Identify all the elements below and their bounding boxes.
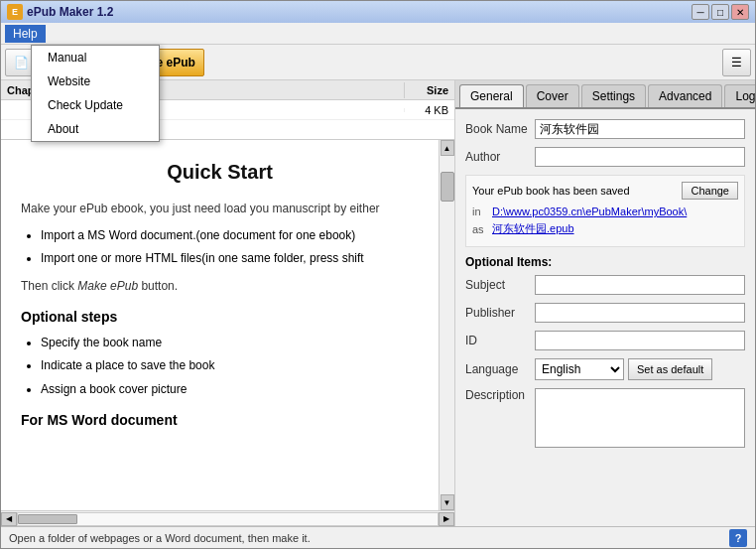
- language-select[interactable]: English Chinese French German Spanish: [535, 358, 624, 380]
- settings-button[interactable]: ☰: [722, 49, 751, 76]
- as-file[interactable]: 河东软件园.epub: [492, 221, 574, 236]
- description-input[interactable]: [535, 388, 745, 448]
- language-label: Language: [465, 362, 535, 376]
- content-item-2: Import one or more HTML files(in one sam…: [41, 249, 419, 268]
- window-controls: ─ □ ✕: [692, 4, 749, 20]
- book-name-input[interactable]: [535, 119, 745, 139]
- status-text: Open a folder of webpages or a Word docu…: [9, 532, 311, 544]
- in-path[interactable]: D:\www.pc0359.cn\ePubMaker\myBook\: [492, 206, 687, 217]
- content-area: Quick Start Make your ePub ebook, you ju…: [1, 140, 454, 510]
- tab-bar: General Cover Settings Advanced Log: [455, 80, 755, 109]
- set-default-button[interactable]: Set as default: [628, 358, 712, 380]
- close-button[interactable]: ✕: [731, 4, 749, 20]
- content-title: Quick Start: [21, 156, 419, 188]
- saved-text: Your ePub book has been saved: [472, 185, 630, 197]
- maximize-button[interactable]: □: [711, 4, 729, 20]
- description-label: Description: [465, 388, 535, 402]
- content-import-list: Import a MS Word document.(one document …: [21, 226, 419, 268]
- publisher-label: Publisher: [465, 306, 535, 320]
- save-as-row: as 河东软件园.epub: [472, 221, 738, 236]
- title-bar: E ePub Maker 1.2 ─ □ ✕: [1, 1, 755, 23]
- save-header: Your ePub book has been saved Change: [472, 182, 738, 200]
- content-item-1: Import a MS Word document.(one document …: [41, 226, 419, 245]
- menu-bar: Help Manual Website Check Update About: [1, 23, 755, 45]
- content-intro: Make your ePub ebook, you just need load…: [21, 200, 419, 218]
- app-icon: E: [7, 4, 23, 20]
- right-panel: General Cover Settings Advanced Log Book…: [455, 80, 755, 526]
- subject-row: Subject: [465, 275, 745, 295]
- book-name-row: Book Name: [465, 119, 745, 139]
- menu-website[interactable]: Website: [32, 69, 159, 93]
- help-dropdown: Manual Website Check Update About: [31, 45, 160, 142]
- hscroll-left-btn[interactable]: ◀: [1, 512, 17, 526]
- optional-title: Optional steps: [21, 306, 419, 328]
- optional-item-1: Specify the book name: [41, 334, 419, 352]
- menu-about[interactable]: About: [32, 117, 159, 141]
- id-input[interactable]: [535, 331, 745, 350]
- publisher-row: Publisher: [465, 303, 745, 323]
- scroll-up-btn[interactable]: ▲: [441, 140, 454, 156]
- description-row: Description: [465, 388, 745, 448]
- tab-settings[interactable]: Settings: [581, 84, 646, 107]
- chapter-col-size: Size: [405, 82, 454, 98]
- id-row: ID: [465, 331, 745, 350]
- in-label: in: [472, 206, 492, 217]
- optional-items-label: Optional Items:: [465, 255, 745, 269]
- settings-icon: ☰: [731, 56, 742, 69]
- content-then: Then click Make ePub button.: [21, 277, 419, 296]
- status-right: ?: [729, 529, 747, 547]
- book-name-label: Book Name: [465, 122, 535, 136]
- msword-title: For MS Word document: [21, 409, 419, 431]
- author-row: Author: [465, 147, 745, 167]
- menu-manual[interactable]: Manual: [32, 46, 159, 69]
- general-tab-content: Book Name Author Your ePub book has been…: [455, 109, 755, 526]
- save-info-box: Your ePub book has been saved Change in …: [465, 175, 745, 247]
- hscroll-track: [17, 512, 439, 526]
- tab-cover[interactable]: Cover: [526, 84, 579, 107]
- minimize-button[interactable]: ─: [692, 4, 709, 20]
- subject-input[interactable]: [535, 275, 745, 295]
- help-icon[interactable]: ?: [729, 529, 747, 547]
- tab-log[interactable]: Log: [724, 84, 755, 107]
- scroll-thumb[interactable]: [441, 172, 454, 202]
- app-window: E ePub Maker 1.2 ─ □ ✕ Help Manual Websi…: [0, 0, 756, 549]
- menu-check-update[interactable]: Check Update: [32, 93, 159, 117]
- save-in-row: in D:\www.pc0359.cn\ePubMaker\myBook\: [472, 206, 738, 217]
- subject-label: Subject: [465, 278, 535, 292]
- scroll-down-btn[interactable]: ▼: [441, 494, 454, 510]
- optional-item-3: Assign a book cover picture: [41, 380, 419, 399]
- chapter-row-size: 4 KB: [405, 102, 454, 118]
- content-text: Quick Start Make your ePub ebook, you ju…: [1, 140, 439, 510]
- author-label: Author: [465, 150, 535, 164]
- publisher-input[interactable]: [535, 303, 745, 323]
- tab-general[interactable]: General: [459, 84, 524, 107]
- language-row: Language English Chinese French German S…: [465, 358, 745, 380]
- hscroll-thumb[interactable]: [18, 514, 77, 524]
- change-button[interactable]: Change: [682, 182, 738, 200]
- main-content: Chapter Title (Editable) Size 4 KB Quick…: [1, 80, 755, 526]
- status-bar: Open a folder of webpages or a Word docu…: [1, 526, 755, 548]
- optional-list: Specify the book name Indicate a place t…: [21, 334, 419, 399]
- tab-advanced[interactable]: Advanced: [648, 84, 722, 107]
- menu-help[interactable]: Help: [5, 25, 46, 43]
- horizontal-scrollbar[interactable]: ◀ ▶: [1, 510, 454, 526]
- window-title: ePub Maker 1.2: [27, 5, 113, 19]
- title-bar-left: E ePub Maker 1.2: [7, 4, 113, 20]
- as-label: as: [472, 223, 492, 235]
- vertical-scrollbar[interactable]: ▲ ▼: [439, 140, 454, 510]
- hscroll-right-btn[interactable]: ▶: [439, 512, 454, 526]
- left-panel: Chapter Title (Editable) Size 4 KB Quick…: [1, 80, 455, 526]
- author-input[interactable]: [535, 147, 745, 167]
- optional-item-2: Indicate a place to save the book: [41, 356, 419, 375]
- word-icon: 📄: [14, 56, 29, 69]
- id-label: ID: [465, 334, 535, 347]
